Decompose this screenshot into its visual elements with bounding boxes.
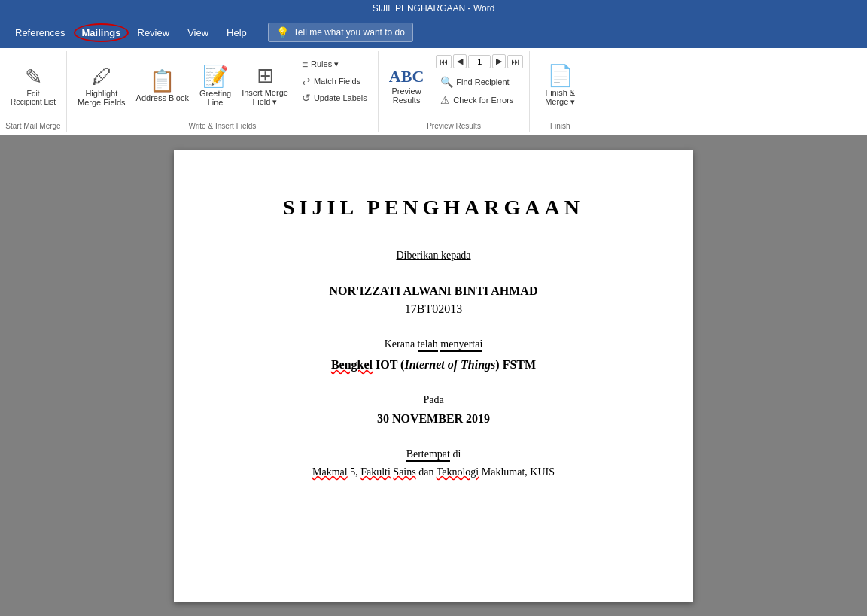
ribbon-group-start: ✎ EditRecipient List Start Mail Merge bbox=[0, 51, 67, 132]
title-bar: SIJIL PENGHARGAAN - Word bbox=[0, 0, 867, 17]
first-record-button[interactable]: ⏮ bbox=[436, 55, 452, 68]
check-errors-icon: ⚠ bbox=[440, 94, 450, 106]
menu-item-mailings[interactable]: Mailings bbox=[74, 23, 128, 42]
find-recipient-icon: 🔍 bbox=[440, 76, 453, 88]
preview-results-label: Preview Results bbox=[427, 122, 481, 130]
ribbon: ✎ EditRecipient List Start Mail Merge 🖊 … bbox=[0, 48, 867, 135]
menu-bar: References Mailings Review View Help 💡 T… bbox=[0, 17, 867, 48]
document-student-id: 17BT02013 bbox=[405, 302, 462, 316]
highlight-merge-fields-button[interactable]: 🖊 HighlightMerge Fields bbox=[73, 63, 130, 110]
edit-icon: ✎ bbox=[25, 67, 42, 88]
document-diberikan: Diberikan kepada bbox=[396, 250, 470, 262]
document-area: SIJIL PENGHARGAAN Diberikan kepada NOR'I… bbox=[0, 135, 867, 616]
document-kerana: Kerana telah menyertai bbox=[385, 338, 483, 350]
preview-icon: ABC bbox=[389, 68, 424, 85]
write-insert-small-buttons: ≡ Rules ▾ ⇄ Match Fields ↺ Update Labels bbox=[297, 57, 372, 116]
tell-me-text: Tell me what you want to do bbox=[294, 27, 405, 38]
kerana-underline: telah bbox=[418, 338, 438, 352]
insert-field-icon: ⊞ bbox=[257, 65, 274, 86]
match-fields-icon: ⇄ bbox=[302, 75, 311, 87]
document-page: SIJIL PENGHARGAAN Diberikan kepada NOR'I… bbox=[174, 150, 693, 602]
update-labels-icon: ↺ bbox=[302, 92, 311, 104]
rules-icon: ≡ bbox=[302, 59, 308, 71]
lightbulb-icon: 💡 bbox=[276, 26, 289, 38]
finish-label: Finish bbox=[550, 122, 570, 130]
document-pada: Pada bbox=[423, 394, 443, 406]
ribbon-group-finish: 📄 Finish &Merge ▾ Finish bbox=[530, 51, 590, 132]
next-record-button[interactable]: ▶ bbox=[492, 54, 506, 68]
bengkel-underline: Bengkel bbox=[331, 358, 373, 371]
insert-merge-field-button[interactable]: ⊞ Insert MergeField ▾ bbox=[237, 62, 293, 110]
nav-and-small: ⏮ ◀ ▶ ⏭ 🔍 Find Recipient ⚠ Check for Err… bbox=[436, 54, 523, 118]
fakulti-underline: Fakulti bbox=[360, 466, 391, 478]
address-block-icon: 📋 bbox=[149, 71, 175, 92]
record-number-input[interactable] bbox=[468, 55, 491, 68]
prev-record-button[interactable]: ◀ bbox=[453, 54, 467, 68]
teknologi-underline: Teknologi bbox=[437, 466, 479, 478]
bertempat-underline: Bertempat bbox=[406, 448, 450, 462]
record-nav: ⏮ ◀ ▶ ⏭ bbox=[436, 54, 523, 68]
rules-button[interactable]: ≡ Rules ▾ bbox=[297, 57, 372, 72]
finish-buttons: 📄 Finish &Merge ▾ bbox=[540, 54, 580, 129]
ribbon-start-buttons: ✎ EditRecipient List bbox=[6, 54, 60, 129]
sains-underline: Sains bbox=[393, 466, 415, 478]
makmal-underline: Makmal bbox=[312, 466, 348, 478]
start-mail-merge-label: Start Mail Merge bbox=[5, 122, 60, 130]
address-block-button[interactable]: 📋 Address Block bbox=[132, 68, 193, 105]
tell-me-box[interactable]: 💡 Tell me what you want to do bbox=[268, 23, 413, 42]
last-record-button[interactable]: ⏭ bbox=[507, 55, 523, 68]
check-for-errors-button[interactable]: ⚠ Check for Errors bbox=[436, 93, 523, 108]
finish-merge-button[interactable]: 📄 Finish &Merge ▾ bbox=[540, 62, 580, 110]
title-text: SIJIL PENGHARGAAN - Word bbox=[373, 3, 495, 14]
update-labels-button[interactable]: ↺ Update Labels bbox=[297, 90, 372, 105]
menyertai-underline: menyertai bbox=[440, 338, 482, 352]
highlight-icon: 🖊 bbox=[91, 66, 112, 87]
menu-item-help[interactable]: Help bbox=[218, 21, 256, 44]
document-name: NOR'IZZATI ALWANI BINTI AHMAD bbox=[330, 284, 538, 298]
greeting-line-button[interactable]: 📝 GreetingLine bbox=[195, 63, 236, 110]
find-recipient-button[interactable]: 🔍 Find Recipient bbox=[436, 74, 523, 90]
write-insert-buttons: 🖊 HighlightMerge Fields 📋 Address Block … bbox=[73, 54, 372, 129]
ribbon-group-preview: ABC PreviewResults ⏮ ◀ ▶ ⏭ 🔍 Find Recipi… bbox=[379, 51, 530, 132]
menu-item-references[interactable]: References bbox=[6, 21, 74, 44]
greeting-icon: 📝 bbox=[202, 66, 229, 87]
edit-recipient-list-button[interactable]: ✎ EditRecipient List bbox=[6, 64, 60, 109]
preview-results-button[interactable]: ABC PreviewResults bbox=[385, 65, 428, 108]
document-bengkel: Bengkel IOT (Internet of Things) FSTM bbox=[331, 358, 536, 372]
document-bertempat: Bertempat di bbox=[406, 448, 461, 460]
menu-item-view[interactable]: View bbox=[178, 21, 218, 44]
finish-icon: 📄 bbox=[547, 65, 573, 86]
document-title: SIJIL PENGHARGAAN bbox=[283, 196, 584, 220]
document-location: Makmal 5, Fakulti Sains dan Teknologi Ma… bbox=[312, 466, 555, 478]
menu-item-review[interactable]: Review bbox=[129, 21, 179, 44]
document-date: 30 NOVEMBER 2019 bbox=[377, 412, 490, 426]
ribbon-group-write-insert: 🖊 HighlightMerge Fields 📋 Address Block … bbox=[67, 51, 379, 132]
write-insert-label: Write & Insert Fields bbox=[189, 122, 257, 130]
preview-buttons: ABC PreviewResults ⏮ ◀ ▶ ⏭ 🔍 Find Recipi… bbox=[385, 54, 523, 129]
match-fields-button[interactable]: ⇄ Match Fields bbox=[297, 74, 372, 89]
